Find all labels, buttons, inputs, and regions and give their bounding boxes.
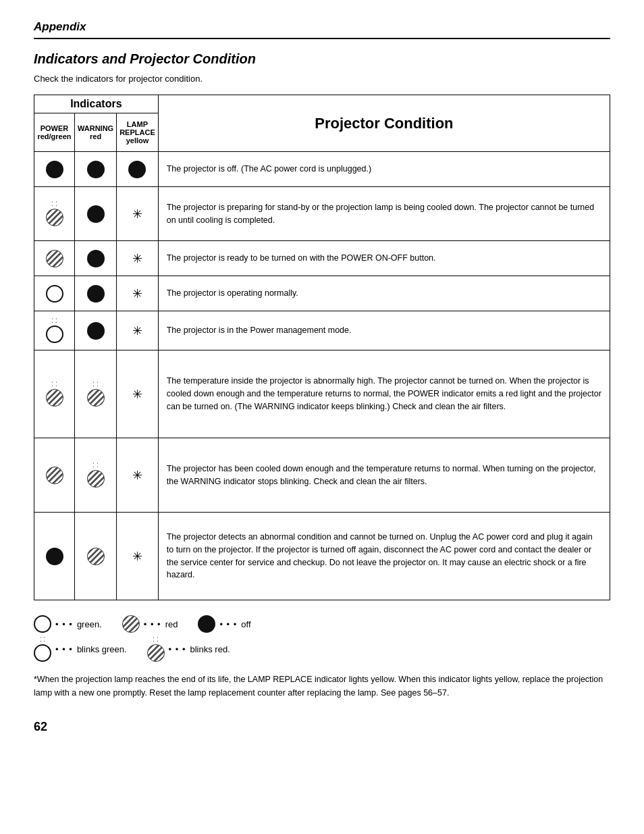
icon-off [87, 285, 105, 303]
cell-condition-text: The projector is in the Power management… [158, 311, 610, 350]
icon-off [87, 205, 105, 223]
cell-warning-icon [75, 276, 117, 311]
table-row: ✳The projector is ready to be turned on … [34, 241, 610, 276]
cell-warning-icon: ⁚ ⁚ [75, 350, 117, 438]
legend-icon-empty [34, 615, 51, 633]
cell-lamp-icon: ✳ [117, 187, 159, 241]
indicators-table: Indicators Projector Condition POWER red… [34, 95, 610, 600]
cell-power-icon [34, 241, 75, 276]
icon-striped [87, 548, 105, 565]
icon-striped [46, 467, 63, 484]
legend-icon-off [198, 615, 215, 633]
icon-off [46, 548, 63, 565]
icon-off [128, 161, 146, 178]
cell-power-icon: ⁚ ⁚ [34, 311, 75, 350]
legend-icon-blink-empty [34, 644, 51, 662]
cell-warning-icon: ⁚ ⁚ [75, 438, 117, 513]
cell-lamp-icon: ✳ [117, 513, 159, 600]
cell-lamp-icon [117, 152, 159, 187]
cell-lamp-icon: ✳ [117, 311, 159, 350]
table-row: ⁚ ⁚✳The projector has been cooled down e… [34, 438, 610, 513]
cell-warning-icon [75, 241, 117, 276]
cell-lamp-icon: ✳ [117, 276, 159, 311]
icon-blink-striped [46, 209, 63, 226]
table-row: The projector is off. (The AC power cord… [34, 152, 610, 187]
col-power-header: POWER red/green [34, 113, 75, 152]
icon-star: ✳ [132, 207, 142, 221]
col-warning-header: WARNING red [75, 113, 117, 152]
section-title: Indicators and Projector Condition [34, 51, 610, 67]
cell-warning-icon [75, 152, 117, 187]
cell-condition-text: The projector is preparing for stand-by … [158, 187, 610, 241]
legend: • • • green. • • • red • • • off ⁚ ⁚ • •… [34, 615, 610, 662]
legend-icon-blink-striped [147, 644, 165, 662]
icon-off [87, 250, 105, 267]
icon-blink-striped [87, 389, 105, 407]
table-row: ⁚ ⁚✳The projector is preparing for stand… [34, 187, 610, 241]
cell-warning-icon [75, 513, 117, 600]
cell-power-icon [34, 276, 75, 311]
cell-condition-text: The temperature inside the projector is … [158, 350, 610, 438]
legend-row-2: ⁚ ⁚ • • • blinks green. ⁚ ⁚ • • • blinks… [34, 637, 610, 662]
cell-power-icon: ⁚ ⁚ [34, 187, 75, 241]
col-lamp-header: LAMP REPLACE yellow [117, 113, 159, 152]
legend-row-1: • • • green. • • • red • • • off [34, 615, 610, 633]
cell-condition-text: The projector is ready to be turned on w… [158, 241, 610, 276]
section-subtitle: Check the indicators for projector condi… [34, 74, 610, 84]
icon-star: ✳ [132, 286, 142, 301]
icon-off [87, 161, 105, 178]
footnote: *When the projection lamp reaches the en… [34, 673, 610, 700]
icon-off [46, 161, 63, 178]
legend-empty-green: • • • green. [34, 615, 102, 633]
icon-striped [46, 250, 63, 267]
legend-icon-striped [122, 615, 140, 633]
cell-condition-text: The projector has been cooled down enoug… [158, 438, 610, 513]
icon-star: ✳ [132, 549, 142, 564]
icon-empty [46, 285, 63, 303]
cell-condition-text: The projector is operating normally. [158, 276, 610, 311]
legend-striped-red: • • • red [122, 615, 178, 633]
table-row: ⁚ ⁚⁚ ⁚✳The temperature inside the projec… [34, 350, 610, 438]
table-row: ⁚ ⁚✳The projector is in the Power manage… [34, 311, 610, 350]
projector-condition-header: Projector Condition [158, 95, 610, 152]
appendix-header: Appendix [34, 20, 610, 39]
cell-lamp-icon: ✳ [117, 438, 159, 513]
icon-off [87, 322, 105, 340]
icon-star: ✳ [132, 323, 142, 338]
cell-warning-icon [75, 311, 117, 350]
icon-star: ✳ [132, 468, 142, 483]
legend-blink-striped-red: ⁚ ⁚ • • • blinks red. [147, 637, 230, 662]
cell-power-icon [34, 152, 75, 187]
cell-power-icon [34, 513, 75, 600]
legend-blink-empty-green: ⁚ ⁚ • • • blinks green. [34, 637, 127, 662]
cell-power-icon [34, 438, 75, 513]
cell-condition-text: The projector detects an abnormal condit… [158, 513, 610, 600]
cell-condition-text: The projector is off. (The AC power cord… [158, 152, 610, 187]
cell-warning-icon [75, 187, 117, 241]
page-number: 62 [34, 720, 610, 734]
cell-lamp-icon: ✳ [117, 241, 159, 276]
table-row: ✳The projector is operating normally. [34, 276, 610, 311]
indicators-header: Indicators [34, 95, 159, 113]
icon-blink-striped [87, 470, 105, 488]
icon-blink-striped [46, 389, 63, 407]
cell-lamp-icon: ✳ [117, 350, 159, 438]
legend-off: • • • off [198, 615, 250, 633]
icon-star: ✳ [132, 251, 142, 266]
table-row: ✳The projector detects an abnormal condi… [34, 513, 610, 600]
cell-power-icon: ⁚ ⁚ [34, 350, 75, 438]
icon-blink-empty [46, 325, 63, 343]
icon-star: ✳ [132, 387, 142, 402]
